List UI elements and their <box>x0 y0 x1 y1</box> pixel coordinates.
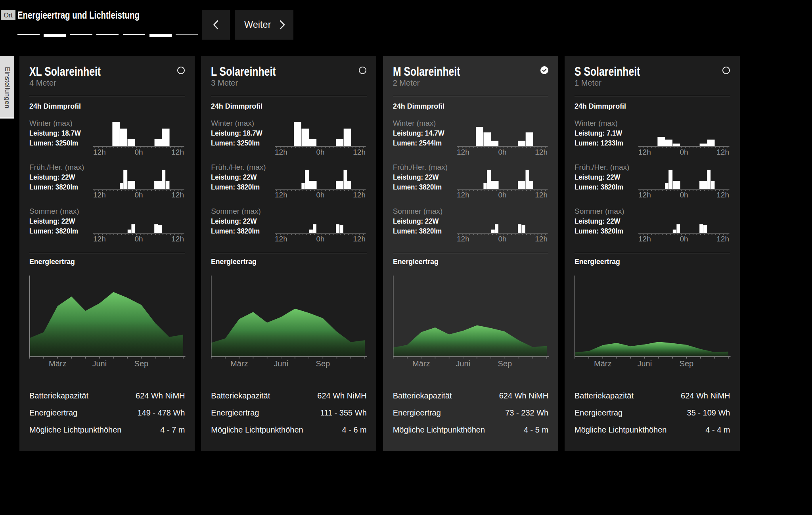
svg-text:Sep: Sep <box>134 359 149 368</box>
svg-text:März: März <box>594 359 611 368</box>
svg-text:12h: 12h <box>457 148 469 156</box>
svg-text:Sep: Sep <box>498 359 512 368</box>
svg-text:0h: 0h <box>134 148 143 156</box>
svg-text:12h: 12h <box>535 235 548 243</box>
svg-text:12h: 12h <box>638 148 651 156</box>
svg-text:12h: 12h <box>93 190 106 199</box>
svg-text:12h: 12h <box>457 190 469 199</box>
svg-text:12h: 12h <box>93 235 106 243</box>
svg-text:12h: 12h <box>638 235 651 243</box>
svg-text:0h: 0h <box>680 148 688 156</box>
svg-text:12h: 12h <box>275 235 287 243</box>
svg-text:März: März <box>412 359 430 368</box>
svg-text:12h: 12h <box>716 235 729 243</box>
svg-text:0h: 0h <box>316 235 325 243</box>
svg-text:0h: 0h <box>316 148 325 156</box>
svg-text:März: März <box>49 359 66 368</box>
svg-text:0h: 0h <box>498 190 506 199</box>
svg-text:12h: 12h <box>353 235 366 243</box>
svg-text:Juni: Juni <box>274 359 289 368</box>
svg-text:Sep: Sep <box>316 359 330 368</box>
svg-text:12h: 12h <box>457 235 469 243</box>
svg-text:0h: 0h <box>498 148 506 156</box>
svg-text:12h: 12h <box>171 148 184 156</box>
svg-text:Juni: Juni <box>92 359 107 368</box>
svg-text:12h: 12h <box>353 148 366 156</box>
svg-text:0h: 0h <box>680 235 688 243</box>
svg-text:Juni: Juni <box>456 359 470 368</box>
svg-text:12h: 12h <box>535 190 548 199</box>
svg-text:0h: 0h <box>316 190 325 199</box>
svg-text:12h: 12h <box>353 190 366 199</box>
svg-text:12h: 12h <box>535 148 548 156</box>
svg-text:0h: 0h <box>134 235 143 243</box>
svg-text:0h: 0h <box>680 190 688 199</box>
svg-text:12h: 12h <box>171 190 184 199</box>
svg-text:März: März <box>230 359 248 368</box>
svg-text:12h: 12h <box>716 148 729 156</box>
svg-text:12h: 12h <box>171 235 184 243</box>
svg-text:12h: 12h <box>275 190 287 199</box>
svg-text:12h: 12h <box>275 148 287 156</box>
svg-text:Sep: Sep <box>680 359 694 368</box>
svg-text:Juni: Juni <box>637 359 652 368</box>
svg-text:0h: 0h <box>134 190 143 199</box>
svg-text:0h: 0h <box>498 235 506 243</box>
svg-text:12h: 12h <box>638 190 651 199</box>
svg-text:12h: 12h <box>93 148 106 156</box>
svg-text:12h: 12h <box>716 190 729 199</box>
